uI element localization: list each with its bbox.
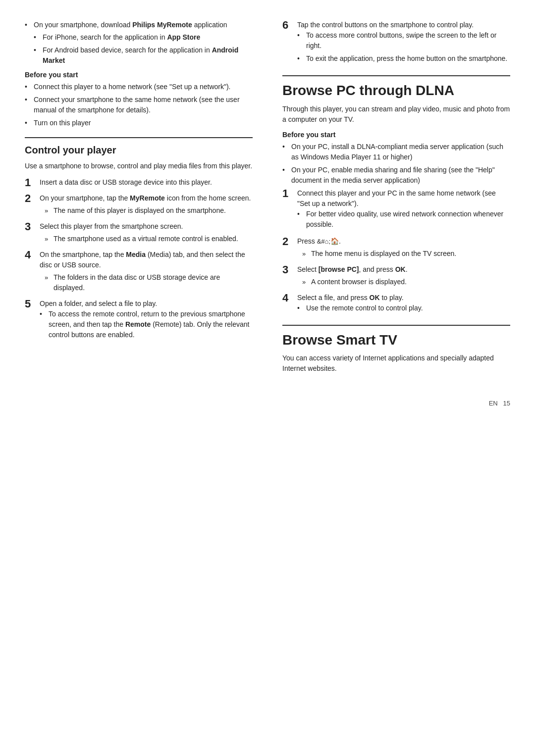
control-step-5: 5 Open a folder, and select a file to pl… — [25, 299, 253, 343]
browse-smart-tv-section: Browse Smart TV You can access variety o… — [282, 332, 510, 374]
footer: EN 15 — [25, 395, 510, 407]
left-column: On your smartphone, download Philips MyR… — [25, 20, 258, 380]
browse-pc-intro: Through this player, you can stream and … — [282, 104, 510, 125]
bys-bullet-2: Connect your smartphone to the same home… — [25, 95, 253, 115]
before-you-start-label-right: Before you start — [282, 131, 510, 139]
step-4-content: On the smartphone, tap the Media (Media)… — [40, 250, 253, 295]
before-you-start-bullets-left: Connect this player to a home network (s… — [25, 82, 253, 128]
android-market-bold: Android Market — [43, 46, 238, 64]
android-bullet-text: For Android based device, search for the… — [43, 46, 238, 64]
bys-bullet-3: Turn on this player — [25, 118, 253, 128]
control-step-1: 1 Insert a data disc or USB storage devi… — [25, 177, 253, 189]
divider-browse-smart-tv — [282, 325, 510, 326]
browse-smart-tv-intro: You can access variety of Internet appli… — [282, 353, 510, 374]
arrow-icon-4: » — [45, 273, 54, 283]
browse-pc-title: Browse PC through DLNA — [282, 82, 510, 99]
browse-pc-step-3: 3 Select [browse PC], and press OK. » A … — [282, 264, 510, 289]
iphone-bullet: For iPhone, search for the application i… — [34, 32, 253, 43]
intro-sub-bullets: For iPhone, search for the application i… — [34, 32, 253, 66]
iphone-bullet-text: For iPhone, search for the application i… — [43, 33, 200, 41]
browse-pc-bold-step3: [browse PC] — [319, 265, 359, 273]
browse-pc-step-3-arrow: » A content browser is displayed. — [297, 277, 510, 287]
step-1-num: 1 — [25, 176, 40, 189]
intro-bullet-list: On your smartphone, download Philips MyR… — [25, 20, 253, 66]
arrow-icon-pc-3: » — [302, 277, 311, 287]
browse-pc-step-3-arrow-text: A content browser is displayed. — [311, 277, 510, 287]
philips-myremote-bold: Philips MyRemote — [132, 21, 192, 29]
step-2-arrow-text: The name of this player is displayed on … — [54, 205, 253, 216]
browse-pc-bys-bullets: On your PC, install a DLNA-compliant med… — [282, 142, 510, 186]
control-section-intro: Use a smartphone to browse, control and … — [25, 161, 253, 171]
step-1-content: Insert a data disc or USB storage device… — [40, 177, 253, 188]
step-5-sub-1: To access the remote control, return to … — [40, 309, 253, 340]
step-3-arrow: » The smartphone used as a virtual remot… — [40, 234, 253, 244]
two-column-layout: On your smartphone, download Philips MyR… — [25, 20, 510, 380]
myremote-bold-step2: MyRemote — [130, 194, 165, 202]
android-bullet: For Android based device, search for the… — [34, 45, 253, 66]
ok-bold-step3: OK — [395, 265, 406, 273]
control-section: Control your player Use a smartphone to … — [25, 144, 253, 343]
home-icon: &#⌂; — [317, 237, 330, 247]
remote-bold-step5: Remote — [125, 320, 151, 328]
step-6-sub-1: To access more control buttons, swipe th… — [297, 30, 510, 51]
browse-pc-step-3-content: Select [browse PC], and press OK. » A co… — [297, 264, 510, 289]
step-2-num: 2 — [25, 192, 40, 205]
app-store-bold: App Store — [167, 33, 200, 41]
arrow-icon-2: » — [45, 206, 54, 216]
step-6-sub-2: To exit the application, press the home … — [297, 53, 510, 64]
browse-pc-step-1-sub-1: For better video quality, use wired netw… — [297, 209, 510, 230]
browse-pc-step-1-content: Connect this player and your PC in the s… — [297, 188, 510, 232]
step-2-content: On your smartphone, tap the MyRemote ico… — [40, 193, 253, 217]
browse-pc-section: Browse PC through DLNA Through this play… — [282, 82, 510, 316]
step-3-num: 3 — [25, 220, 40, 233]
browse-pc-step-2-arrow: » The home menu is displayed on the TV s… — [297, 249, 510, 259]
step-3-arrow-text: The smartphone used as a virtual remote … — [54, 234, 253, 244]
step-4-arrow-text: The folders in the data disc or USB stor… — [54, 272, 253, 293]
bys-bullet-1: Connect this player to a home network (s… — [25, 82, 253, 92]
arrow-icon-3: » — [45, 234, 54, 244]
browse-pc-bys-1: On your PC, install a DLNA-compliant med… — [282, 142, 510, 162]
browse-pc-step-1-num: 1 — [282, 187, 297, 200]
browse-pc-step-4-sub-1: Use the remote control to control play. — [297, 303, 510, 313]
page-wrapper: On your smartphone, download Philips MyR… — [25, 20, 510, 407]
browse-pc-step-4: 4 Select a file, and press OK to play. U… — [282, 293, 510, 316]
intro-bullet-1: On your smartphone, download Philips MyR… — [25, 20, 253, 66]
step-6-subbullets: To access more control buttons, swipe th… — [297, 30, 510, 64]
browse-pc-bys-2: On your PC, enable media sharing and fil… — [282, 165, 510, 186]
control-step-3: 3 Select this player from the smartphone… — [25, 221, 253, 246]
browse-pc-step-4-num: 4 — [282, 292, 297, 304]
step-6-num: 6 — [282, 19, 297, 32]
media-bold-step4: Media — [126, 251, 146, 258]
browse-pc-step-2: 2 Press &#⌂;🏠. » The home menu is displa… — [282, 236, 510, 260]
browse-pc-step-2-arrow-text: The home menu is displayed on the TV scr… — [311, 249, 510, 259]
browse-pc-step-3-num: 3 — [282, 263, 297, 276]
intro-section: On your smartphone, download Philips MyR… — [25, 20, 253, 128]
arrow-icon-pc-2: » — [302, 249, 311, 259]
step-6: 6 Tap the control buttons on the smartph… — [282, 20, 510, 66]
browse-pc-step-1: 1 Connect this player and your PC in the… — [282, 188, 510, 232]
step-4-arrow: » The folders in the data disc or USB st… — [40, 272, 253, 293]
step-3-content: Select this player from the smartphone s… — [40, 221, 253, 246]
footer-lang: EN — [489, 400, 498, 407]
step-5-content: Open a folder, and select a file to play… — [40, 299, 253, 343]
step-2-arrow: » The name of this player is displayed o… — [40, 205, 253, 216]
browse-pc-step-2-content: Press &#⌂;🏠. » The home menu is displaye… — [297, 236, 510, 260]
control-section-title: Control your player — [25, 144, 253, 156]
browse-pc-step-1-subbullets: For better video quality, use wired netw… — [297, 209, 510, 230]
browse-pc-step-4-content: Select a file, and press OK to play. Use… — [297, 293, 510, 316]
step-4-num: 4 — [25, 249, 40, 261]
before-you-start-label-left: Before you start — [25, 71, 253, 79]
divider-control — [25, 137, 253, 138]
browse-pc-step-4-subbullets: Use the remote control to control play. — [297, 303, 510, 313]
step-5-subbullets: To access the remote control, return to … — [40, 309, 253, 340]
step-6-content: Tap the control buttons on the smartphon… — [297, 20, 510, 66]
home-symbol: 🏠 — [330, 237, 339, 245]
browse-pc-step-2-num: 2 — [282, 235, 297, 248]
ok-bold-step4: OK — [370, 294, 380, 302]
divider-browse-pc — [282, 75, 510, 76]
control-step-2: 2 On your smartphone, tap the MyRemote i… — [25, 193, 253, 217]
intro-bullet-1-text: On your smartphone, download Philips MyR… — [34, 21, 227, 29]
step-5-num: 5 — [25, 298, 40, 310]
footer-page: 15 — [503, 400, 510, 407]
browse-smart-tv-title: Browse Smart TV — [282, 332, 510, 349]
